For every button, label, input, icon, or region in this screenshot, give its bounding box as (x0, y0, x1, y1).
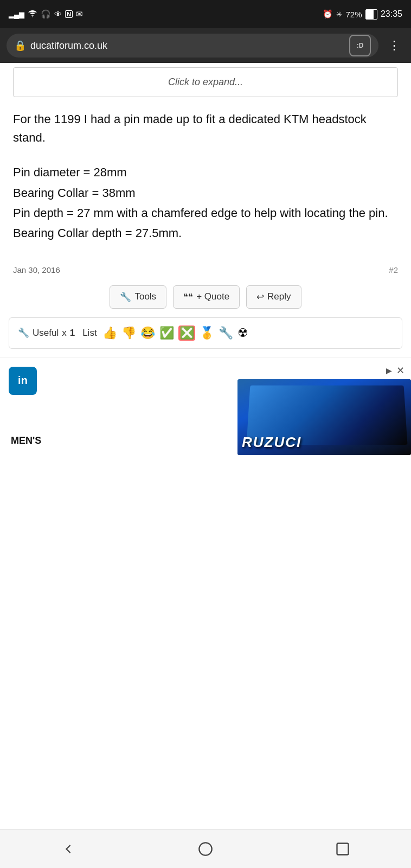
expand-text: Click to expand... (168, 76, 243, 87)
expand-box[interactable]: Click to expand... (13, 67, 398, 97)
spec-line-2: Bearing Collar = 38mm (13, 183, 398, 203)
alarm-icon: ⏰ (323, 9, 333, 19)
back-button[interactable] (55, 835, 82, 863)
svg-point-0 (199, 843, 211, 855)
post-body: For the 1199 I had a pin made up to fit … (0, 97, 411, 252)
post-meta: Jan 30, 2016 #2 (0, 259, 411, 281)
emoji-radioactive[interactable]: ☢ (237, 326, 248, 340)
list-label: List (82, 328, 97, 338)
svg-rect-1 (337, 843, 348, 854)
ad-banner[interactable]: in ▶ ✕ RUZUCI MEN'S (0, 358, 411, 455)
signal-icon: ▂▄▆ (9, 10, 24, 18)
emoji-medal[interactable]: 🥇 (200, 326, 214, 340)
emoji-thumbsup[interactable]: 👍 (102, 326, 117, 340)
battery-percent: 72% (345, 10, 362, 19)
ad-close-button[interactable]: ✕ (396, 365, 404, 376)
reactions-list: 👍 👎 😂 ✅ ❎ 🥇 🔧 ☢ (102, 326, 248, 341)
home-button[interactable] (192, 835, 219, 863)
headphones-icon: 🎧 (41, 9, 51, 19)
quote-button[interactable]: ❝❝ + Quote (173, 285, 240, 309)
ad-brand-text: MEN'S (11, 435, 41, 446)
ad-play: ▶ (386, 366, 392, 375)
reactions-label: 🔧 Useful x 1 (18, 327, 75, 339)
useful-label: Useful (33, 328, 59, 339)
post-date: Jan 30, 2016 (13, 265, 60, 275)
reaction-count: 1 (70, 328, 75, 339)
nfc-icon: N (65, 10, 73, 18)
reply-label: Reply (267, 291, 291, 302)
browser-icon-label: :D (357, 42, 364, 49)
ad-controls: ▶ ✕ (386, 365, 404, 376)
url-text: ducatiforum.co.uk (30, 40, 345, 52)
spec-line-4: Bearing Collar depth = 27.5mm. (13, 223, 398, 243)
emoji-tools[interactable]: 🔧 (219, 326, 233, 340)
mail-icon: ✉ (76, 9, 83, 19)
nav-bar (0, 829, 411, 868)
wrench-reaction-icon: 🔧 (18, 327, 29, 339)
back-arrow-icon (61, 841, 76, 857)
clock: 23:35 (381, 9, 402, 19)
lock-icon: 🔒 (14, 40, 26, 52)
multiplier: x (62, 328, 67, 339)
battery-icon (365, 9, 377, 20)
status-left: ▂▄▆ 🎧 👁 N ✉ (9, 9, 83, 19)
emoji-check[interactable]: ✅ (159, 326, 174, 340)
emoji-laugh[interactable]: 😂 (140, 326, 155, 340)
emoji-cross[interactable]: ❎ (178, 326, 195, 341)
linkedin-logo: in (9, 367, 37, 395)
linkedin-letter: in (18, 374, 28, 387)
spec-line-1: Pin diameter = 28mm (13, 162, 398, 182)
post-main-text: For the 1199 I had a pin made up to fit … (13, 110, 398, 147)
reply-button[interactable]: ↩ Reply (246, 285, 301, 309)
more-button[interactable]: ⋮ (384, 36, 404, 55)
reactions-row: 🔧 Useful x 1 List 👍 👎 😂 ✅ ❎ 🥇 🔧 ☢ (9, 317, 402, 349)
quote-label: + Quote (196, 291, 229, 302)
spec-line-3: Pin depth = 27 mm with a chamfered edge … (13, 203, 398, 223)
tools-button[interactable]: 🔧 Tools (110, 285, 166, 309)
post-specs: Pin diameter = 28mm Bearing Collar = 38m… (13, 162, 398, 244)
quote-icon: ❝❝ (183, 292, 193, 302)
status-bar: ▂▄▆ 🎧 👁 N ✉ ⏰ ✳ 72% 23:35 (0, 0, 411, 28)
home-circle-icon (198, 841, 213, 857)
list-button[interactable]: List (82, 328, 97, 339)
recents-button[interactable] (329, 835, 356, 863)
eye-icon: 👁 (54, 10, 62, 18)
bluetooth-icon: ✳ (336, 10, 342, 18)
post-number: #2 (389, 265, 398, 275)
wrench-icon: 🔧 (120, 291, 131, 303)
recents-square-icon (335, 841, 350, 857)
play-icon: ▶ (386, 366, 392, 375)
action-buttons: 🔧 Tools ❝❝ + Quote ↩ Reply (0, 281, 411, 317)
browser-bar: 🔒 ducatiforum.co.uk :D ⋮ (0, 28, 411, 63)
browser-icon[interactable]: :D (349, 35, 371, 56)
status-right: ⏰ ✳ 72% 23:35 (323, 9, 402, 20)
tools-label: Tools (134, 291, 156, 302)
reply-icon: ↩ (256, 291, 264, 303)
content-area: Click to expand... For the 1199 I had a … (0, 67, 411, 455)
wifi-icon (28, 10, 37, 19)
ad-image: RUZUCI (237, 379, 411, 455)
url-bar[interactable]: 🔒 ducatiforum.co.uk :D (7, 34, 378, 58)
emoji-thumbsdown[interactable]: 👎 (121, 326, 136, 340)
